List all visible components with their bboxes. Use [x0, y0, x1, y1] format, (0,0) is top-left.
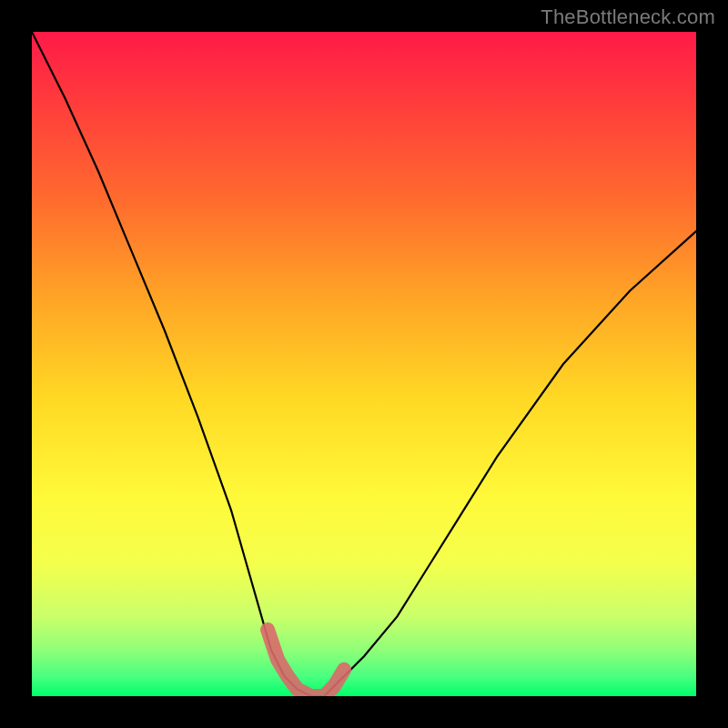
highlighted-optimal-range-path — [268, 630, 344, 696]
bottleneck-curve-path — [32, 32, 696, 696]
watermark-text: TheBottleneck.com — [541, 5, 715, 29]
plot-area — [32, 32, 696, 696]
chart-frame: TheBottleneck.com — [0, 0, 728, 728]
bottleneck-chart-svg — [32, 32, 696, 696]
